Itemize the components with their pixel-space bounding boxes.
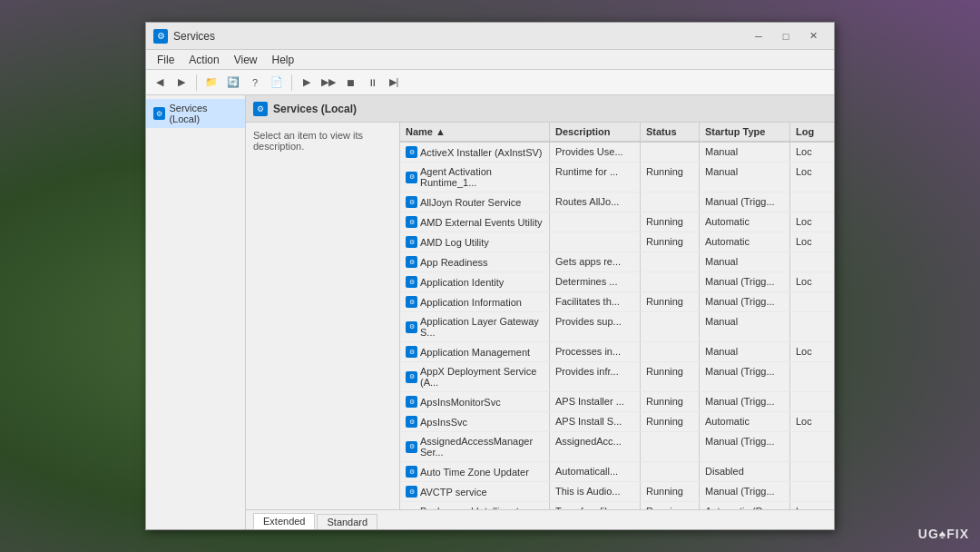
table-row[interactable]: ⚙ Background Intelligent Tran... Transfe…	[400, 502, 834, 509]
service-status: Running	[641, 212, 700, 232]
table-row[interactable]: ⚙ AVCTP service This is Audio... Running…	[400, 482, 834, 502]
table-row[interactable]: ⚙ Application Identity Determines ... Ma…	[400, 272, 834, 292]
sidebar-item-services-local[interactable]: ⚙ Services (Local)	[146, 99, 245, 128]
service-name: ApsInsMonitorSvc	[420, 397, 501, 408]
panel-header: ⚙ Services (Local)	[246, 95, 834, 123]
service-logon: Loc	[790, 212, 827, 232]
tab-extended[interactable]: Extended	[253, 513, 315, 529]
service-icon: ⚙	[406, 321, 417, 333]
service-desc: Processes in...	[550, 342, 641, 361]
service-desc: AssignedAcc...	[550, 432, 641, 461]
service-name: ActiveX Installer (AxInstSV)	[420, 147, 543, 158]
col-header-desc[interactable]: Description	[550, 123, 641, 141]
sidebar-item-label: Services (Local)	[169, 103, 238, 124]
service-name: App Readiness	[420, 257, 488, 268]
table-row[interactable]: ⚙ AMD Log Utility Running Automatic Loc	[400, 232, 834, 252]
table-row[interactable]: ⚙ Agent Activation Runtime_1... Runtime …	[400, 163, 834, 192]
window-title: Services	[173, 30, 745, 43]
menu-help[interactable]: Help	[265, 52, 302, 68]
service-icon: ⚙	[406, 146, 417, 158]
menu-file[interactable]: File	[150, 52, 181, 68]
service-name: AllJoyn Router Service	[420, 197, 521, 208]
service-status	[641, 432, 700, 461]
service-icon: ⚙	[406, 486, 417, 498]
service-icon: ⚙	[406, 236, 417, 248]
restart-service-button[interactable]: ▶|	[384, 73, 404, 93]
table-row[interactable]: ⚙ AMD External Events Utility Running Au…	[400, 212, 834, 232]
table-row[interactable]: ⚙ AllJoyn Router Service Routes AllJo...…	[400, 192, 834, 212]
table-body[interactable]: ⚙ ActiveX Installer (AxInstSV) Provides …	[400, 143, 834, 509]
service-name: Application Management	[420, 347, 530, 358]
service-status: Running	[641, 232, 700, 251]
toolbar-separator-2	[291, 74, 292, 91]
col-header-startup[interactable]: Startup Type	[700, 123, 790, 141]
toolbar-refresh[interactable]: 🔄	[223, 73, 243, 93]
toolbar-help[interactable]: ?	[245, 73, 265, 93]
table-row[interactable]: ⚙ Auto Time Zone Updater Automaticall...…	[400, 462, 834, 482]
menu-action[interactable]: Action	[181, 52, 226, 68]
table-row[interactable]: ⚙ Application Management Processes in...…	[400, 342, 834, 362]
minimize-button[interactable]: ─	[745, 27, 772, 45]
toolbar-export[interactable]: 📄	[267, 73, 287, 93]
pause-service-button[interactable]: ⏸	[362, 73, 382, 93]
watermark: UG♠FIX	[918, 527, 969, 541]
close-button[interactable]: ✕	[799, 27, 827, 45]
service-icon: ⚙	[406, 276, 417, 288]
table-row[interactable]: ⚙ Application Information Facilitates th…	[400, 292, 834, 312]
service-name: Auto Time Zone Updater	[420, 467, 529, 478]
service-logon: Loc	[790, 163, 827, 192]
service-icon: ⚙	[406, 466, 417, 478]
service-startup: Manual	[700, 312, 790, 341]
service-desc: Provides infr...	[550, 362, 641, 391]
service-startup: Manual (Trigg...	[700, 392, 790, 411]
services-table-container: Name ▲ Description Status Startup Type L…	[400, 123, 834, 509]
panel-header-title: Services (Local)	[273, 103, 357, 115]
stop-service-button[interactable]: ⏹	[340, 73, 360, 93]
service-desc	[550, 212, 641, 232]
table-row[interactable]: ⚙ ApsInsSvc APS Install S... Running Aut…	[400, 412, 834, 432]
service-name: AppX Deployment Service (A...	[420, 366, 544, 388]
table-row[interactable]: ⚙ ActiveX Installer (AxInstSV) Provides …	[400, 143, 834, 163]
service-status: Running	[641, 502, 700, 509]
right-panel: ⚙ Services (Local) Select an item to vie…	[246, 95, 834, 529]
panel-body: Select an item to view its description. …	[246, 123, 834, 509]
toolbar-browse[interactable]: 📁	[201, 73, 221, 93]
table-row[interactable]: ⚙ AppX Deployment Service (A... Provides…	[400, 362, 834, 392]
service-desc: Gets apps re...	[550, 252, 641, 271]
back-button[interactable]: ◀	[150, 73, 170, 93]
service-startup: Manual	[700, 163, 790, 192]
forward-button[interactable]: ▶	[172, 73, 191, 93]
sidebar: ⚙ Services (Local)	[146, 95, 246, 529]
service-startup: Manual (Trigg...	[700, 192, 790, 212]
service-desc: Facilitates th...	[550, 292, 641, 311]
service-desc	[550, 232, 641, 251]
col-header-name[interactable]: Name ▲	[400, 123, 550, 141]
resume-service-button[interactable]: ▶▶	[318, 73, 338, 93]
service-status	[641, 192, 700, 212]
service-startup: Automatic	[700, 232, 790, 251]
service-status: Running	[641, 412, 700, 431]
service-icon: ⚙	[406, 416, 417, 428]
start-service-button[interactable]: ▶	[297, 73, 317, 93]
services-window: ⚙ Services ─ □ ✕ File Action View Help ◀…	[145, 22, 835, 530]
service-logon: Loc	[790, 412, 827, 431]
service-status	[641, 143, 700, 162]
menu-view[interactable]: View	[227, 52, 265, 68]
col-header-status[interactable]: Status	[641, 123, 700, 141]
table-row[interactable]: ⚙ App Readiness Gets apps re... Manual	[400, 252, 834, 272]
service-name: ApsInsSvc	[420, 417, 467, 428]
col-header-logon[interactable]: Log	[790, 123, 827, 141]
service-startup: Manual	[700, 252, 790, 271]
table-row[interactable]: ⚙ Application Layer Gateway S... Provide…	[400, 312, 834, 342]
service-startup: Manual	[700, 342, 790, 361]
service-desc: Determines ...	[550, 272, 641, 291]
maximize-button[interactable]: □	[772, 27, 799, 45]
table-row[interactable]: ⚙ AssignedAccessManager Ser... AssignedA…	[400, 432, 834, 462]
service-icon: ⚙	[406, 396, 417, 408]
service-name: AssignedAccessManager Ser...	[420, 436, 544, 458]
table-row[interactable]: ⚙ ApsInsMonitorSvc APS Installer ... Run…	[400, 392, 834, 412]
service-logon	[790, 252, 827, 271]
tab-standard[interactable]: Standard	[317, 514, 377, 529]
service-logon: Loc	[790, 342, 827, 361]
service-desc: APS Installer ...	[550, 392, 641, 411]
